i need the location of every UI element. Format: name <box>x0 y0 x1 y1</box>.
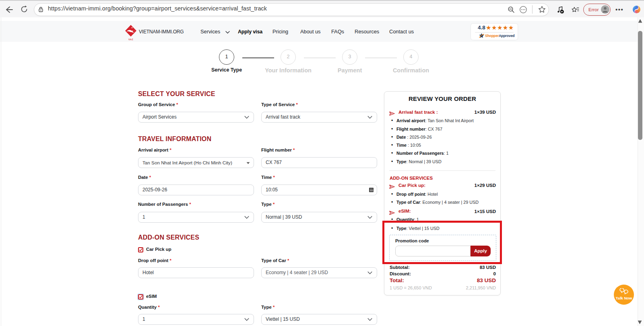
svg-text:V.A.C: V.A.C <box>128 39 133 41</box>
